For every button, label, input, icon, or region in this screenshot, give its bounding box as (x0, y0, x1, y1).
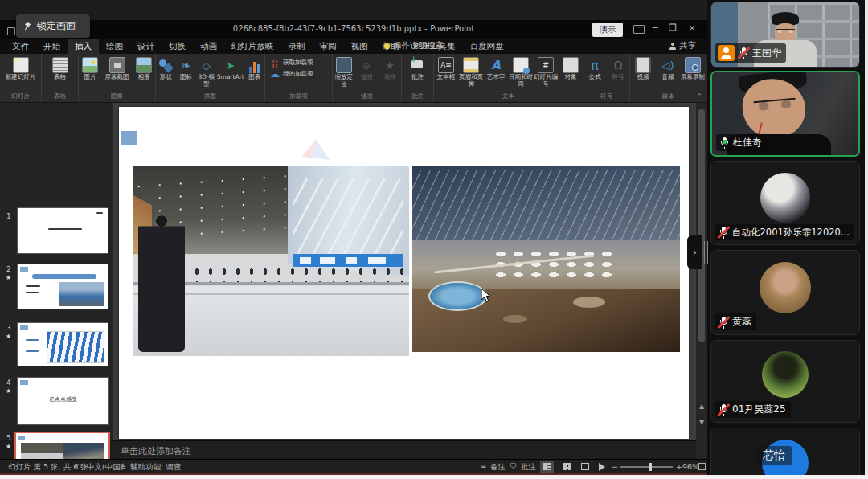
link-button[interactable]: 🜨 链接 (356, 56, 379, 88)
participant-avatar (762, 351, 809, 398)
slide-thumbnail-panel[interactable]: 1 2 ★ 3 ★ (0, 103, 113, 440)
pictures-button[interactable]: 图片 (79, 56, 101, 81)
slide-thumbnail-3[interactable] (17, 322, 108, 366)
slide-title-placeholder[interactable] (121, 131, 137, 145)
pin-icon (23, 21, 32, 32)
proofing-icon[interactable]: ✓ (74, 462, 80, 470)
fit-slide-to-window-icon[interactable] (698, 463, 706, 470)
share-button[interactable]: 共享 (669, 40, 696, 51)
object-button[interactable]: 对象 (559, 56, 583, 88)
new-slide-button[interactable]: 新建幻灯片 (5, 56, 37, 81)
participant-tile[interactable]: 01尹昊蕊25 (710, 340, 860, 423)
slide-thumbnail-4[interactable]: 亿点点感受 (17, 377, 109, 425)
icons-button[interactable]: ❧ 图标 (176, 56, 195, 88)
smartart-button[interactable]: ➤ SmartArt (217, 56, 244, 88)
scrollbar-thumb[interactable] (698, 109, 705, 342)
ribbon-display-options-icon[interactable]: ⌃ (633, 25, 645, 34)
slide-thumbnail-1[interactable] (17, 207, 108, 254)
tab-animations[interactable]: 动画 (193, 39, 224, 54)
lock-screen-label: 锁定画面 (37, 19, 76, 33)
previous-slide-button[interactable]: ▲ (697, 402, 706, 411)
wordart-button[interactable]: A 艺术字 (484, 56, 508, 88)
comments-toggle[interactable]: 批注 (521, 462, 536, 473)
comment-button[interactable]: 批注 (406, 56, 430, 81)
participant-tile[interactable]: 黄蕊 (710, 250, 860, 335)
slide-editing-area[interactable] (113, 103, 696, 440)
present-button[interactable]: 演示 (592, 23, 623, 37)
tab-review[interactable]: 审阅 (313, 39, 344, 54)
normal-view-button[interactable] (540, 461, 554, 473)
slide-thumbnail-2[interactable] (17, 264, 108, 309)
table-button[interactable]: 表格 (48, 56, 72, 81)
zoom-slider-thumb[interactable] (649, 463, 652, 471)
pictures-icon (82, 57, 98, 73)
date-time-button[interactable]: 日期和时间 (509, 56, 533, 88)
group-symbols: 符号 (583, 92, 629, 100)
close-button[interactable]: × (685, 23, 699, 33)
equation-button[interactable]: π 公式 (583, 56, 606, 81)
tab-file[interactable]: 文件 (5, 39, 36, 54)
slideshow-view-button[interactable] (595, 461, 608, 473)
slide-sorter-view-button[interactable] (560, 461, 574, 473)
participant-tile[interactable]: 芯怡 (710, 428, 860, 479)
tab-home[interactable]: 开始 (36, 39, 68, 54)
quick-access-save-icon[interactable] (7, 27, 15, 35)
slide-photo-ice-rink[interactable] (133, 166, 409, 356)
accessibility-icon: ♿ (121, 462, 127, 470)
notes-toggle[interactable]: 备注 (490, 462, 506, 473)
language-label[interactable]: 中文(中国) (87, 462, 123, 473)
collapse-ribbon-icon[interactable]: ⌃ (696, 92, 702, 100)
tab-view[interactable]: 视图 (344, 39, 375, 54)
zoom-out-button[interactable]: − (612, 462, 618, 471)
3d-models-icon: ◇ (199, 57, 215, 73)
lightbulb-icon (384, 43, 390, 49)
zoom-link-button[interactable]: 缩放定位 (333, 56, 355, 88)
tab-record[interactable]: 录制 (281, 39, 313, 54)
chart-button[interactable]: 图表 (245, 56, 264, 88)
accessibility-status[interactable]: 辅助功能: 调查 (130, 462, 181, 473)
slide-number-button[interactable]: # 幻灯片编号 (534, 56, 558, 88)
slide-scrollbar[interactable]: ▲ ▼ (696, 103, 707, 459)
header-footer-button[interactable]: 页眉和页脚 (459, 56, 483, 88)
reading-view-button[interactable] (578, 461, 592, 473)
screenshot-button[interactable]: 屏幕截图 (102, 56, 132, 81)
zoom-level[interactable]: 96% (682, 462, 699, 471)
tab-baidu-netdisk[interactable]: 百度网盘 (462, 39, 510, 54)
minimize-button[interactable]: ─ (648, 23, 662, 33)
next-slide-button[interactable]: ▼ (697, 418, 706, 428)
shapes-button[interactable]: 形状 (156, 56, 175, 88)
slide-photo-mountain-venue[interactable] (412, 166, 680, 352)
text-box-button[interactable]: A≡ 文本框 (434, 56, 458, 88)
tab-draw[interactable]: 绘图 (99, 39, 130, 54)
photo-album-button[interactable]: 相册 (133, 56, 155, 81)
participant-tile[interactable]: 自动化2001孙乐霏12020... (710, 161, 860, 245)
divider-drag-handle[interactable] (704, 241, 708, 264)
3d-models-button[interactable]: ◇ 3D 模型 (197, 56, 216, 88)
tell-me-search[interactable]: 操作说明搜索 (384, 40, 444, 51)
slide-canvas[interactable] (119, 107, 689, 439)
tab-design[interactable]: 设计 (130, 39, 162, 54)
slide-number-icon: # (538, 57, 554, 73)
meeting-app-window: 锁定画面 0268c885-f8b2-43f7-9cb1-7563c5239d1… (0, 0, 868, 479)
symbol-button[interactable]: Ω 符号 (607, 56, 629, 81)
restore-button[interactable]: ❐ (665, 23, 680, 33)
sidebar-collapse-handle[interactable]: › (687, 235, 702, 269)
zoom-slider[interactable] (620, 466, 673, 468)
participant-tile[interactable]: 王国华 (710, 2, 860, 68)
powerpoint-titlebar[interactable]: 0268c885-f8b2-43f7-9cb1-7563c5239d1b.ppt… (0, 20, 707, 39)
tab-slideshow[interactable]: 幻灯片放映 (224, 39, 281, 54)
tab-transitions[interactable]: 切换 (162, 39, 193, 54)
audio-button[interactable]: ◁) 音频 (656, 56, 680, 81)
screen-recording-button[interactable]: 屏幕录制 (681, 56, 705, 81)
my-addins-button[interactable]: ☁ 我的加载项 (270, 69, 327, 79)
participant-tile-speaking[interactable]: 杜佳奇 (710, 71, 860, 157)
tab-insert[interactable]: 插入 (68, 39, 99, 54)
get-addins-button[interactable]: ¦¦ 获取加载项 (270, 58, 327, 68)
action-button[interactable]: ★ 动作 (379, 56, 401, 88)
sidebar-scrollbar[interactable] (865, 0, 868, 479)
lock-screen-button[interactable]: 锁定画面 (16, 14, 90, 38)
equation-icon: π (587, 57, 603, 73)
video-button[interactable]: 视频 (631, 56, 655, 81)
zoom-in-button[interactable]: + (676, 462, 682, 471)
notes-pane[interactable]: 单击此处添加备注 (113, 440, 696, 459)
